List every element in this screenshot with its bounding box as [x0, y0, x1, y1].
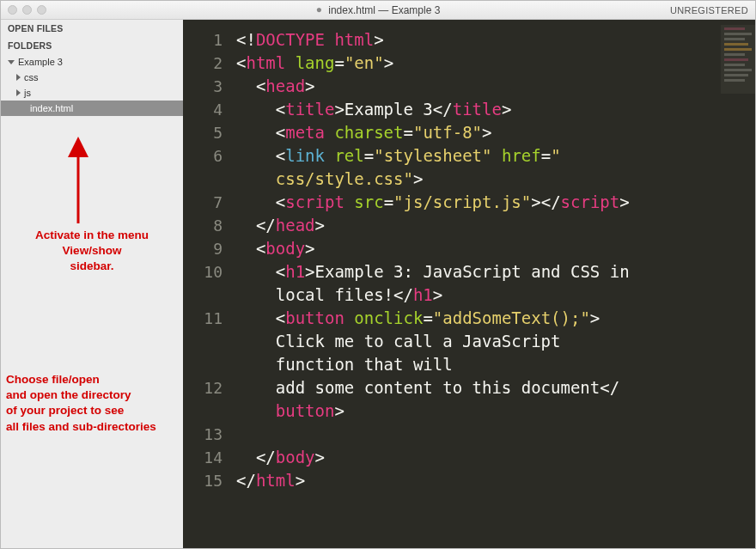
code-line: <body>: [236, 237, 748, 260]
code-line: <script src="js/script.js"></script>: [236, 191, 748, 214]
dirty-indicator-icon: ●: [316, 3, 322, 15]
code-line: [236, 423, 748, 446]
line-number: [183, 353, 223, 376]
open-files-header: OPEN FILES: [1, 20, 183, 37]
code-line: </body>: [236, 446, 748, 469]
code-line: button>: [236, 400, 748, 423]
line-number: 9: [183, 237, 223, 260]
code-line: local files!</h1>: [236, 284, 748, 307]
line-number: 3: [183, 75, 223, 98]
tree-item-label: index.html: [30, 103, 73, 113]
line-number: 6: [183, 144, 223, 168]
line-number: 15: [183, 469, 223, 492]
code-line: add some content to this document</: [236, 376, 748, 400]
annotation-bottom-text: Choose file/open and open the directory …: [6, 372, 156, 435]
annotation-top: Activate in the menu View/show sidebar.: [1, 228, 183, 275]
line-number: 7: [183, 191, 223, 214]
tree-folder-css[interactable]: css: [1, 70, 183, 85]
app-window: ● index.html — Example 3 UNREGISTERED OP…: [0, 0, 756, 549]
title-separator: —: [378, 4, 391, 16]
tree-file-indexhtml[interactable]: index.html: [1, 101, 183, 116]
code-line: <button onclick="addSomeText();">: [236, 307, 748, 330]
line-number: 11: [183, 307, 223, 330]
folders-header: FOLDERS: [1, 37, 183, 54]
sidebar: OPEN FILES FOLDERS Example 3 css js inde…: [1, 20, 183, 548]
code-line: </html>: [236, 469, 748, 492]
titlebar: ● index.html — Example 3 UNREGISTERED: [1, 1, 755, 20]
window-controls: [8, 5, 46, 15]
code-line: <!DOCTYPE html>: [236, 28, 748, 52]
minimize-icon[interactable]: [22, 5, 32, 15]
line-number: 5: [183, 121, 223, 144]
code-line: <h1>Example 3: JavaScript and CSS in: [236, 260, 748, 284]
line-number: 2: [183, 52, 223, 75]
code-line: <link rel="stylesheet" href=": [236, 144, 748, 168]
code-line: <meta charset="utf-8">: [236, 121, 748, 144]
code-line: Click me to call a JavaScript: [236, 330, 748, 353]
code-line: function that will: [236, 353, 748, 376]
title-project: Example 3: [392, 4, 441, 16]
minimap[interactable]: [721, 25, 755, 94]
code-line: css/style.css">: [236, 168, 748, 191]
zoom-icon[interactable]: [37, 5, 46, 15]
window-title: ● index.html — Example 3: [1, 4, 755, 16]
line-number: [183, 400, 223, 423]
tree-root[interactable]: Example 3: [1, 54, 183, 70]
annotation-bottom: Choose file/open and open the directory …: [1, 372, 198, 435]
tree-item-label: css: [24, 72, 39, 82]
line-number: 14: [183, 446, 223, 469]
tree-root-label: Example 3: [18, 57, 63, 67]
line-number: [183, 330, 223, 353]
code-editor[interactable]: 123456789101112131415 <!DOCTYPE html><ht…: [183, 20, 755, 548]
tree-folder-js[interactable]: js: [1, 85, 183, 101]
line-number: 12: [183, 376, 223, 400]
line-number: [183, 168, 223, 191]
folder-tree: Example 3 css js index.html: [1, 54, 183, 116]
close-icon[interactable]: [8, 5, 17, 15]
code-area[interactable]: <!DOCTYPE html><html lang="en"> <head> <…: [231, 20, 755, 548]
annotation-top-text: Activate in the menu View/show sidebar.: [35, 228, 149, 275]
line-number: 4: [183, 98, 223, 121]
code-line: <head>: [236, 75, 748, 98]
line-number: 13: [183, 423, 223, 446]
code-line: </head>: [236, 214, 748, 237]
chevron-right-icon: [16, 74, 21, 81]
chevron-down-icon: [8, 60, 15, 64]
line-number-gutter: 123456789101112131415: [183, 20, 231, 548]
annotation-arrow-icon: [65, 142, 91, 229]
unregistered-badge: UNREGISTERED: [670, 5, 748, 15]
title-filename: index.html: [328, 4, 375, 16]
line-number: 8: [183, 214, 223, 237]
chevron-right-icon: [16, 89, 21, 96]
line-number: 1: [183, 28, 223, 52]
code-line: <title>Example 3</title>: [236, 98, 748, 121]
tree-item-label: js: [24, 88, 31, 98]
line-number: 10: [183, 260, 223, 284]
code-line: <html lang="en">: [236, 52, 748, 75]
line-number: [183, 284, 223, 307]
